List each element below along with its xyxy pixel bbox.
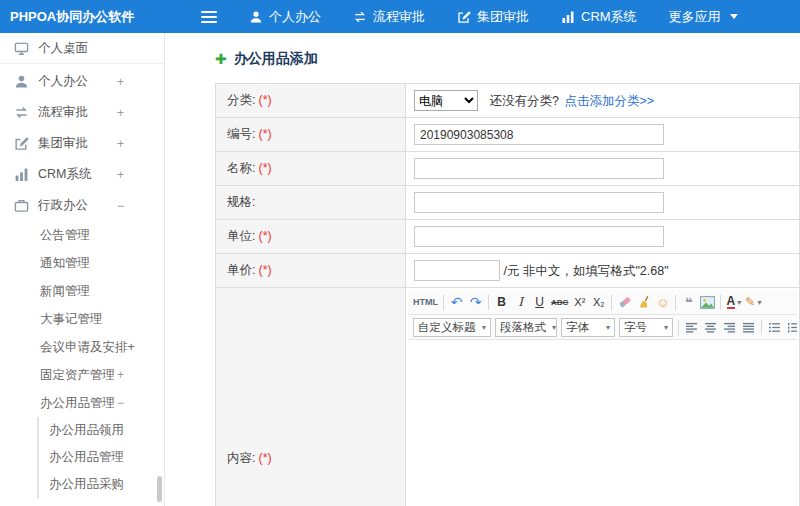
bold-button[interactable]: B [492, 292, 511, 312]
code-input[interactable] [414, 124, 664, 145]
main-content: ✚ 办公用品添加 分类:(*) 电脑 还没有分类? 点击添加分类>> [165, 33, 800, 506]
sidebar-item-asset-mgmt[interactable]: 固定资产管理 + [0, 361, 164, 389]
field-label-cell: 分类:(*) [216, 84, 406, 118]
expand-toggle[interactable]: + [117, 75, 124, 89]
name-input[interactable] [414, 158, 664, 179]
html-source-button[interactable]: HTML [411, 292, 440, 312]
broom-icon[interactable] [634, 292, 653, 312]
toolbar-separator [488, 295, 489, 310]
sidebar-item-desktop[interactable]: 个人桌面 [0, 33, 164, 64]
sidebar-item-label: 固定资产管理 [40, 367, 115, 384]
align-center-icon[interactable] [701, 317, 720, 337]
image-icon[interactable] [698, 292, 717, 312]
field-value-cell [406, 152, 800, 186]
sidebar-item-admin-office[interactable]: 行政办公 − [0, 190, 164, 221]
undo-button[interactable]: ↶ [447, 292, 466, 312]
spec-input[interactable] [414, 192, 664, 213]
subscript-button[interactable]: X₂ [589, 292, 608, 312]
sidebar-scrollbar[interactable] [157, 476, 162, 502]
strikethrough-button[interactable]: ABC [549, 292, 570, 312]
form-row-category: 分类:(*) 电脑 还没有分类? 点击添加分类>> [216, 84, 800, 118]
sidebar-item-supplies-mgmt[interactable]: 办公用品管理 − [0, 389, 164, 417]
price-input[interactable] [414, 260, 500, 281]
combo-label: 字号 [624, 320, 647, 335]
highlight-pen-button[interactable]: ✎▾ [743, 292, 763, 312]
editor-cell: HTML ↶ ↷ B I U ABC X² X₂ ☺ [406, 288, 800, 506]
redo-button[interactable]: ↷ [466, 292, 485, 312]
sidebar-item-group-approval[interactable]: 集团审批 + [0, 128, 164, 159]
eraser-icon[interactable] [615, 292, 634, 312]
sidebar-item-announcement-mgmt[interactable]: 公告管理 [0, 221, 164, 249]
form-row-code: 编号:(*) [216, 118, 800, 152]
font-color-button[interactable]: A▾ [724, 292, 743, 312]
field-value-cell [406, 220, 800, 254]
app-logo: PHPOA协同办公软件 [0, 8, 165, 26]
sidebar-item-supplies-manage[interactable]: 办公用品管理 [39, 444, 164, 471]
sidebar-item-label: 办公用品采购 [49, 477, 124, 491]
add-plus-icon: ✚ [215, 51, 227, 67]
collapse-toggle[interactable]: − [117, 396, 124, 410]
expand-toggle[interactable]: + [117, 137, 124, 151]
caret-down-icon: ▾ [757, 298, 761, 307]
sidebar-item-supplies-purchase[interactable]: 办公用品采购 [39, 471, 164, 498]
add-category-link[interactable]: 点击添加分类>> [564, 94, 654, 108]
field-label: 规格: [227, 195, 255, 209]
editor-content[interactable] [408, 340, 797, 506]
sidebar-item-events-mgmt[interactable]: 大事记管理 [0, 305, 164, 333]
underline-button[interactable]: U [530, 292, 549, 312]
field-label: 单位: [227, 229, 255, 243]
price-suffix-hint: /元 非中文，如填写格式"2.68" [503, 264, 668, 278]
field-label: 名称: [227, 161, 255, 175]
nav-label: 流程审批 [373, 8, 425, 26]
field-value-cell [406, 186, 800, 220]
nav-group-approval[interactable]: 集团审批 [441, 0, 545, 33]
blockquote-button[interactable]: ❝ [679, 292, 698, 312]
sidebar-item-crm[interactable]: CRM系统 + [0, 159, 164, 190]
ordered-list-icon[interactable] [784, 317, 797, 337]
align-justify-icon[interactable] [739, 317, 758, 337]
italic-button[interactable]: I [511, 292, 530, 312]
page-title-text: 办公用品添加 [234, 50, 318, 68]
caret-down-icon: ▾ [606, 323, 610, 332]
sidebar-item-flow-approval[interactable]: 流程审批 + [0, 97, 164, 128]
sidebar-item-supplies-request[interactable]: 办公用品领用 [39, 417, 164, 444]
sidebar-item-news-mgmt[interactable]: 新闻管理 [0, 277, 164, 305]
field-value-cell: /元 非中文，如填写格式"2.68" [406, 254, 800, 288]
collapse-toggle[interactable]: − [117, 199, 124, 213]
nav-label: 集团审批 [477, 8, 529, 26]
field-label-cell: 名称:(*) [216, 152, 406, 186]
unordered-list-icon[interactable] [765, 317, 784, 337]
form-row-price: 单价:(*) /元 非中文，如填写格式"2.68" [216, 254, 800, 288]
category-select[interactable]: 电脑 [414, 90, 478, 111]
sidebar-item-meeting-mgmt[interactable]: 会议申请及安排+ [0, 333, 164, 361]
toolbar-separator [761, 320, 762, 335]
font-size-select[interactable]: 字号▾ [619, 318, 673, 337]
expand-toggle[interactable]: + [117, 168, 124, 182]
paragraph-format-select[interactable]: 段落格式▾ [495, 318, 557, 337]
combo-label: 字体 [566, 320, 589, 335]
category-hint: 还没有分类? [489, 94, 558, 108]
align-right-icon[interactable] [720, 317, 739, 337]
nav-crm-system[interactable]: CRM系统 [545, 0, 653, 33]
nav-personal-office[interactable]: 个人办公 [233, 0, 337, 33]
sidebar-item-personal-office[interactable]: 个人办公 + [0, 66, 164, 97]
required-mark: (*) [258, 229, 271, 243]
top-bar: PHPOA协同办公软件 个人办公 流程审批 集团审批 CRM系统 更多应用 [0, 0, 800, 33]
font-family-select[interactable]: 字体▾ [561, 318, 615, 337]
expand-toggle[interactable]: + [117, 368, 124, 382]
nav-flow-approval[interactable]: 流程审批 [337, 0, 441, 33]
field-value-cell: 电脑 还没有分类? 点击添加分类>> [406, 84, 800, 118]
expand-toggle[interactable]: + [117, 106, 124, 120]
sidebar-item-label: 大事记管理 [40, 311, 103, 328]
sidebar-item-notice-mgmt[interactable]: 通知管理 [0, 249, 164, 277]
custom-heading-select[interactable]: 自定义标题▾ [413, 318, 491, 337]
hamburger-menu-icon[interactable] [197, 7, 221, 27]
superscript-button[interactable]: X² [570, 292, 589, 312]
nav-more-apps[interactable]: 更多应用 [653, 0, 754, 33]
unit-input[interactable] [414, 226, 664, 247]
align-left-icon[interactable] [682, 317, 701, 337]
desktop-icon [14, 41, 29, 56]
sidebar-item-label: CRM系统 [38, 166, 91, 183]
supplies-add-form: 分类:(*) 电脑 还没有分类? 点击添加分类>> 编号:(*) [215, 83, 800, 506]
emoticon-button[interactable]: ☺ [653, 292, 672, 312]
